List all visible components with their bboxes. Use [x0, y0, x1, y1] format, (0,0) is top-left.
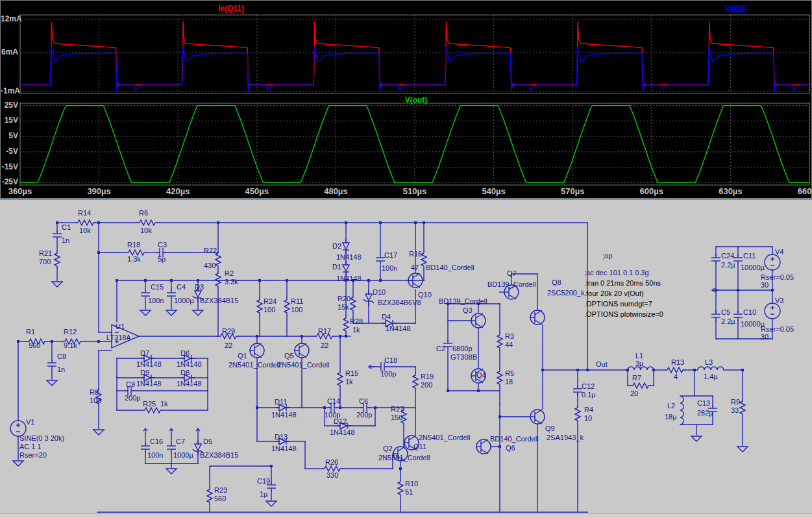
- component-c19[interactable]: C191µ: [257, 477, 276, 498]
- component-name-label[interactable]: D3: [195, 283, 204, 291]
- component-name-label[interactable]: C16: [150, 438, 163, 445]
- component-name-label[interactable]: R16: [409, 250, 422, 258]
- component-value-label[interactable]: 282µ: [697, 409, 713, 417]
- component-name-label[interactable]: D13: [275, 433, 288, 441]
- component-r14[interactable]: R1410k: [75, 209, 96, 234]
- component-value-label[interactable]: 6800p: [452, 345, 473, 352]
- component-name-label[interactable]: Q5: [284, 352, 294, 360]
- component-name-label[interactable]: R9: [731, 398, 740, 406]
- component-name-label[interactable]: R10: [405, 480, 418, 487]
- net-flag-arrow-up[interactable]: [196, 428, 200, 434]
- component-value-label[interactable]: BD140_Cordell: [426, 264, 474, 271]
- component-value-label[interactable]: 1k: [352, 326, 360, 334]
- component-value-label[interactable]: 100n: [148, 297, 164, 304]
- component-name-label[interactable]: V4: [775, 248, 783, 256]
- component-name-label[interactable]: C12: [582, 382, 595, 390]
- component-value-label[interactable]: 2.2µ: [721, 261, 735, 269]
- component-value-label[interactable]: 200p: [125, 394, 140, 402]
- component-r29[interactable]: R2922: [218, 327, 239, 349]
- component-value-label[interactable]: 10k: [79, 227, 91, 234]
- component-c3[interactable]: C35p: [156, 241, 167, 263]
- component-name-label[interactable]: D12: [334, 417, 347, 425]
- component-name-label[interactable]: C7: [176, 438, 185, 445]
- component-param-label[interactable]: 30: [761, 333, 769, 341]
- net-flag-arrow-up[interactable]: [143, 428, 147, 434]
- component-value-label[interactable]: 9.1k: [64, 341, 77, 349]
- component-name-label[interactable]: D7: [140, 349, 149, 357]
- component-name-label[interactable]: Q4: [476, 371, 486, 379]
- component-name-label[interactable]: V1: [26, 418, 34, 426]
- component-name-label[interactable]: C8: [57, 352, 66, 360]
- component-name-label[interactable]: D1: [332, 263, 341, 271]
- component-name-label[interactable]: L1: [635, 352, 643, 360]
- component-name-label[interactable]: R20: [338, 295, 351, 302]
- component-name-label[interactable]: C13: [697, 399, 710, 407]
- component-value-label[interactable]: 1N4148: [177, 380, 202, 388]
- component-value-label[interactable]: 1N4148: [386, 325, 411, 332]
- component-value-label[interactable]: 18µ: [665, 413, 677, 421]
- component-value-label[interactable]: 100: [264, 306, 275, 314]
- component-name-label[interactable]: C9: [126, 380, 135, 388]
- component-r9[interactable]: R933: [731, 398, 745, 417]
- component-c24[interactable]: C242.2µ: [711, 252, 735, 269]
- component-value-label[interactable]: 560: [29, 341, 40, 349]
- component-r20[interactable]: R2015k: [338, 295, 356, 313]
- component-r5[interactable]: R518: [497, 369, 514, 387]
- component-value-label[interactable]: 10: [584, 414, 592, 422]
- component-name-label[interactable]: C11: [743, 252, 756, 260]
- component-r1[interactable]: R1560: [26, 328, 47, 349]
- component-v4[interactable]: V4: [765, 248, 783, 270]
- component-r27[interactable]: R27150: [391, 405, 406, 426]
- component-param-label[interactable]: Rser=0.05: [761, 273, 794, 281]
- component-name-label[interactable]: R14: [78, 209, 91, 217]
- component-value-label[interactable]: 560: [214, 495, 226, 502]
- component-r12[interactable]: R129.1k: [62, 328, 83, 349]
- component-name-label[interactable]: Q10: [418, 291, 432, 299]
- trace-label-ie-q11[interactable]: Ie(Q11): [208, 4, 254, 13]
- component-r18[interactable]: R181.3k: [126, 241, 147, 263]
- component-q8[interactable]: Q82SC5200_k: [530, 278, 585, 325]
- component-q6[interactable]: Q6BD140_Cordell: [476, 435, 539, 454]
- component-name-label[interactable]: D6: [180, 349, 190, 357]
- component-value-label[interactable]: 1N4148: [330, 428, 355, 436]
- component-value-label[interactable]: 2N5401_Cordell: [228, 361, 280, 369]
- component-name-label[interactable]: D4: [382, 313, 391, 321]
- component-param-label[interactable]: 30: [761, 281, 769, 289]
- component-value-label[interactable]: 22: [225, 341, 232, 349]
- component-r28[interactable]: R281k: [343, 315, 363, 334]
- component-name-label[interactable]: Q1: [238, 352, 247, 360]
- component-d1[interactable]: D11N4148: [332, 261, 362, 282]
- component-value-label[interactable]: GT308B: [450, 353, 477, 361]
- component-d4[interactable]: D41N4148: [382, 313, 411, 332]
- component-value-label[interactable]: 1.3k: [127, 255, 141, 263]
- component-value-label[interactable]: 1N4148: [177, 360, 202, 368]
- component-r4[interactable]: R410: [575, 405, 593, 423]
- component-name-label[interactable]: Q2: [383, 445, 393, 452]
- component-name-label[interactable]: C18: [384, 356, 397, 364]
- component-name-label[interactable]: D5: [203, 438, 212, 445]
- component-value-label[interactable]: 1000µ: [173, 451, 193, 459]
- component-name-label[interactable]: R11: [291, 297, 303, 305]
- component-value-label[interactable]: 1000µ: [174, 297, 194, 304]
- component-value-label[interactable]: 430: [204, 262, 215, 269]
- component-value-label[interactable]: 10000µ: [741, 264, 765, 271]
- component-value-label[interactable]: 33: [731, 406, 739, 414]
- component-param-label[interactable]: Rser=20: [19, 451, 47, 459]
- component-value-label[interactable]: 200: [421, 381, 432, 389]
- component-value-label[interactable]: 100p: [380, 370, 396, 378]
- component-name-label[interactable]: Q3: [463, 306, 473, 314]
- component-value-label[interactable]: 100n: [147, 451, 163, 459]
- component-value-label[interactable]: 3.3k: [225, 278, 238, 286]
- component-c17[interactable]: C17100n: [376, 251, 397, 272]
- component-param-label[interactable]: Rser=0.05: [761, 273, 794, 281]
- spice-directive[interactable]: .OPTIONS numdgt=7: [584, 300, 652, 308]
- net-flag-arrow-left[interactable]: [369, 365, 375, 369]
- component-name-label[interactable]: R22: [204, 247, 217, 254]
- component-value-label[interactable]: 22: [321, 341, 328, 349]
- component-name-label[interactable]: R17: [318, 327, 331, 335]
- component-r21[interactable]: R21700: [39, 249, 60, 269]
- component-param-label[interactable]: 30: [761, 281, 769, 289]
- component-name-label[interactable]: R7: [632, 374, 641, 382]
- component-value-label[interactable]: BD139_Cordell: [439, 297, 487, 305]
- component-name-label[interactable]: C15: [151, 283, 164, 291]
